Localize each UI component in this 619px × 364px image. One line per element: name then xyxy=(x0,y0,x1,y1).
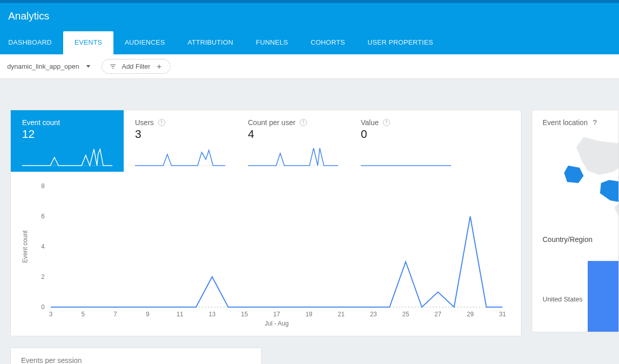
svg-text:25: 25 xyxy=(402,311,410,318)
card-title: Event location xyxy=(543,118,588,127)
tabs: DASHBOARD EVENTS AUDIENCES ATTRIBUTION F… xyxy=(0,31,619,54)
svg-text:29: 29 xyxy=(467,311,474,318)
svg-text:27: 27 xyxy=(435,311,442,318)
svg-text:0: 0 xyxy=(41,304,45,311)
svg-text:23: 23 xyxy=(370,311,377,318)
metric-label: Value xyxy=(361,118,379,127)
help-icon[interactable]: ? xyxy=(300,119,307,126)
location-row-label: United States xyxy=(543,295,583,303)
event-location-card: Event location ? Country/Region United S… xyxy=(532,110,619,332)
svg-text:15: 15 xyxy=(241,311,248,318)
app-title: Analytics xyxy=(0,3,619,31)
svg-text:3: 3 xyxy=(49,311,53,318)
svg-text:31: 31 xyxy=(499,311,506,318)
chevron-down-icon xyxy=(86,65,90,68)
metric-label: Count per user xyxy=(248,118,296,127)
svg-text:19: 19 xyxy=(305,311,313,318)
event-count-chart: 0246835791113151719212325272931Event cou… xyxy=(11,172,521,336)
svg-text:6: 6 xyxy=(41,213,45,220)
help-icon[interactable]: ? xyxy=(158,119,165,126)
svg-text:7: 7 xyxy=(113,311,117,318)
svg-text:17: 17 xyxy=(273,311,280,318)
sparkline-value xyxy=(361,145,451,168)
metric-label: Users xyxy=(135,118,154,127)
svg-text:Jul - Aug: Jul - Aug xyxy=(265,320,289,327)
metric-value: 3 xyxy=(135,128,227,141)
tab-audiences[interactable]: AUDIENCES xyxy=(113,31,177,54)
metric-value[interactable]: Value ? 0 xyxy=(350,110,462,172)
metric-users[interactable]: Users ? 3 xyxy=(124,110,237,172)
add-filter-button[interactable]: Add Filter xyxy=(102,59,170,74)
tab-user-properties[interactable]: USER PROPERTIES xyxy=(356,31,444,54)
svg-text:Event count: Event count xyxy=(22,230,29,263)
filter-bar: dynamic_link_app_open Add Filter xyxy=(0,54,619,79)
sparkline-event-count xyxy=(22,145,112,168)
svg-text:9: 9 xyxy=(146,311,149,318)
help-icon[interactable]: ? xyxy=(383,119,390,126)
svg-text:21: 21 xyxy=(338,311,345,318)
svg-text:8: 8 xyxy=(41,183,45,190)
plus-icon xyxy=(156,63,163,70)
svg-text:2: 2 xyxy=(41,273,45,280)
svg-text:4: 4 xyxy=(41,243,45,250)
location-row-bar xyxy=(588,261,618,332)
add-filter-label: Add Filter xyxy=(122,63,150,70)
event-select-value: dynamic_link_app_open xyxy=(7,63,79,70)
metric-event-count[interactable]: Event count 12 xyxy=(11,110,124,172)
sparkline-count-per-user xyxy=(248,145,338,168)
header: Analytics DASHBOARD EVENTS AUDIENCES ATT… xyxy=(0,3,619,54)
svg-text:13: 13 xyxy=(209,311,216,318)
metrics-card: Event count 12 Users ? 3 xyxy=(10,110,521,336)
tab-dashboard[interactable]: DASHBOARD xyxy=(8,31,63,54)
filter-icon xyxy=(109,63,117,70)
events-per-session-card: Events per session xyxy=(10,348,262,364)
metric-count-per-user[interactable]: Count per user ? 4 xyxy=(237,110,350,172)
tab-cohorts[interactable]: COHORTS xyxy=(299,31,356,54)
metric-value: 12 xyxy=(22,128,114,141)
metric-label: Event count xyxy=(22,118,60,127)
svg-text:11: 11 xyxy=(177,311,184,318)
location-subhead: Country/Region xyxy=(543,235,608,244)
metric-value: 4 xyxy=(248,128,340,141)
map-icon xyxy=(532,134,618,221)
sparkline-users xyxy=(135,145,225,168)
location-row[interactable]: United States xyxy=(543,261,608,332)
event-select[interactable]: dynamic_link_app_open xyxy=(7,63,90,70)
tab-funnels[interactable]: FUNNELS xyxy=(244,31,299,54)
card-title: Events per session xyxy=(21,356,82,364)
svg-text:5: 5 xyxy=(82,311,85,318)
metric-value: 0 xyxy=(361,128,453,141)
tab-attribution[interactable]: ATTRIBUTION xyxy=(176,31,244,54)
tab-events[interactable]: EVENTS xyxy=(63,31,113,54)
help-icon[interactable]: ? xyxy=(593,118,597,127)
